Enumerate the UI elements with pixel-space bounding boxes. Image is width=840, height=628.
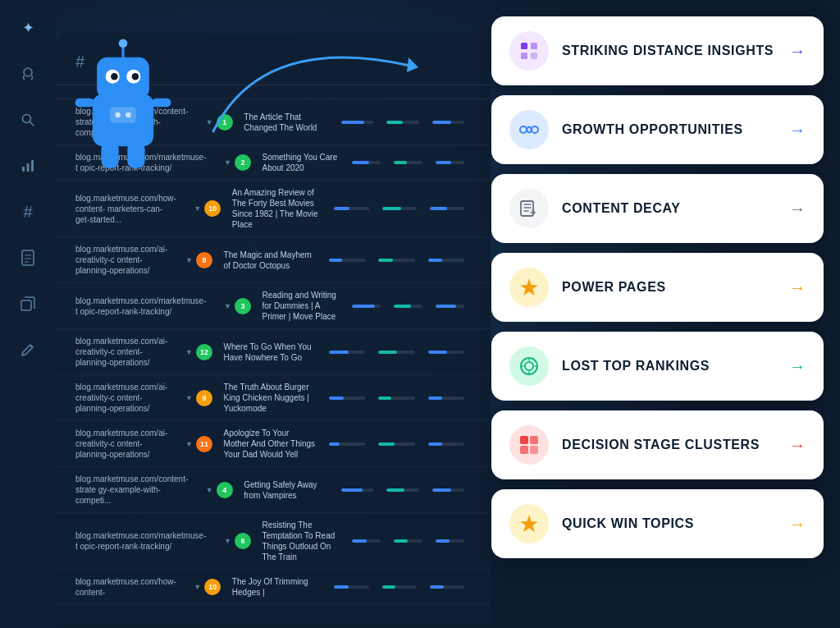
table-row[interactable]: blog.marketmuse.com/marketmuse-t opic-re… (56, 283, 491, 329)
document-icon[interactable] (16, 246, 39, 269)
card-striking-distance[interactable]: STRIKING DISTANCE INSIGHTS → (491, 16, 824, 85)
content-decay-label: CONTENT DECAY (562, 201, 776, 216)
table-row[interactable]: blog.marketmuse.com/how-content- ▼ 10 Th… (56, 570, 491, 605)
lost-top-rankings-arrow: → (789, 357, 806, 376)
growth-opportunities-label: GROWTH OPPORTUNITIES (562, 122, 776, 137)
search-icon[interactable] (16, 108, 39, 131)
svg-rect-22 (101, 142, 118, 168)
sparkle-icon[interactable]: ✦ (16, 16, 39, 39)
bar-authority (387, 539, 429, 543)
card-lost-top-rankings[interactable]: LOST TOP RANKINGS → (491, 332, 824, 401)
lost-top-rankings-label: LOST TOP RANKINGS (562, 359, 776, 374)
bar-personalized (322, 351, 372, 354)
cards-panel: STRIKING DISTANCE INSIGHTS → GROWTH OPPO… (491, 16, 824, 558)
svg-point-17 (132, 73, 139, 80)
svg-point-16 (111, 73, 118, 80)
bar-page (422, 397, 471, 400)
content-decay-icon (509, 189, 549, 228)
decision-stage-clusters-arrow: → (789, 436, 806, 455)
card-quick-win-topics[interactable]: QUICK WIN TOPICS → (491, 489, 824, 558)
bar-authority (372, 442, 421, 446)
copy-icon[interactable] (16, 292, 39, 315)
title-cell: Where To Go When You Have Nowhere To Go (224, 342, 323, 363)
svg-rect-38 (520, 446, 528, 454)
table-row[interactable]: blog.marketmuse.com/ai-creativity-c onte… (56, 421, 491, 467)
growth-opportunities-arrow: → (789, 121, 806, 140)
title-cell: Getting Safely Away from Vampires (244, 479, 335, 501)
bar-personalized (345, 161, 387, 164)
power-pages-icon (509, 268, 549, 307)
rank-badge: 6 (235, 533, 251, 549)
bar-personalized (345, 305, 387, 308)
edit-icon[interactable] (16, 338, 39, 361)
title-cell: The Joy Of Trimming Hedges | (232, 576, 327, 598)
svg-rect-21 (152, 99, 171, 108)
decision-stage-clusters-icon (509, 425, 549, 465)
svg-rect-20 (75, 99, 94, 108)
card-decision-stage-clusters[interactable]: DECISION STAGE CLUSTERS → (491, 410, 824, 479)
rank-badge: 4 (217, 482, 233, 498)
quick-win-topics-arrow: → (789, 515, 806, 534)
url-cell: blog.marketmuse.com/marketmuse-t opic-re… (75, 530, 213, 552)
card-growth-opportunities[interactable]: GROWTH OPPORTUNITIES → (491, 95, 824, 164)
power-pages-arrow: → (789, 278, 806, 297)
svg-point-32 (532, 126, 538, 133)
rank-cell: ▼ 3 (213, 298, 262, 314)
title-cell: Resisting The Temptation To Read Things … (262, 520, 346, 562)
table-row[interactable]: blog.marketmuse.com/ai-creativity-c onte… (56, 329, 491, 375)
rank-cell: ▼ 11 (175, 436, 224, 452)
bar-personalized (345, 539, 387, 543)
title-cell: Reading and Writing for Dummies | A Prim… (262, 290, 346, 322)
striking-distance-arrow: → (789, 42, 806, 61)
svg-point-35 (525, 362, 533, 370)
svg-marker-11 (407, 57, 418, 72)
svg-rect-23 (127, 142, 144, 168)
bar-page (423, 585, 471, 589)
title-cell: The Magic and Mayhem of Doctor Octopus (224, 250, 323, 271)
striking-distance-label: STRIKING DISTANCE INSIGHTS (562, 44, 776, 58)
card-power-pages[interactable]: POWER PAGES → (491, 253, 824, 322)
title-cell: Apologize To Your Mother And Other Thing… (224, 428, 323, 460)
bar-page (422, 351, 471, 354)
bar-authority (380, 488, 425, 492)
rank-cell: ▼ 12 (175, 344, 224, 360)
svg-rect-24 (110, 107, 136, 122)
hash-icon[interactable]: # (16, 200, 39, 223)
bar-authority (372, 351, 421, 354)
table-row[interactable]: blog.marketmuse.com/ai-creativity-c onte… (56, 375, 491, 421)
robot-character (70, 33, 234, 213)
bar-personalized (327, 585, 375, 589)
bar-authority (376, 585, 423, 589)
svg-rect-4 (27, 163, 30, 172)
bar-personalized (327, 207, 375, 210)
table-row[interactable]: blog.marketmuse.com/content-strate gy-ex… (56, 467, 491, 513)
rank-cell: ▼ 4 (194, 482, 244, 498)
bar-personalized (322, 442, 372, 446)
svg-point-31 (520, 126, 527, 133)
bar-page (429, 161, 471, 164)
headphones-icon[interactable] (16, 62, 39, 85)
rank-cell: ▼ 10 (183, 579, 232, 595)
bar-personalized (322, 259, 372, 262)
rank-badge: 8 (196, 252, 212, 268)
title-cell: The Truth About Burger King Chicken Nugg… (224, 382, 323, 414)
bar-page (422, 442, 471, 446)
quick-win-topics-icon (509, 504, 549, 543)
chart-icon[interactable] (16, 154, 39, 177)
table-row[interactable]: blog.marketmuse.com/marketmuse-t opic-re… (56, 513, 491, 570)
power-pages-label: POWER PAGES (562, 280, 776, 295)
rank-badge: 9 (196, 390, 212, 406)
title-cell: An Amazing Review of The Forty Best Movi… (232, 187, 327, 230)
svg-rect-37 (530, 436, 538, 444)
svg-rect-6 (22, 250, 34, 265)
card-content-decay[interactable]: CONTENT DECAY → (491, 174, 824, 243)
url-cell: blog.marketmuse.com/marketmuse-t opic-re… (75, 296, 213, 317)
bar-authority (372, 259, 421, 262)
svg-rect-39 (530, 446, 538, 454)
rank-badge: 11 (196, 436, 212, 452)
svg-rect-28 (531, 43, 537, 49)
striking-distance-icon (509, 31, 549, 71)
table-row[interactable]: blog.marketmuse.com/ai-creativity-c onte… (56, 237, 491, 283)
rank-badge: 10 (204, 579, 221, 595)
url-cell: blog.marketmuse.com/ai-creativity-c onte… (75, 428, 175, 460)
